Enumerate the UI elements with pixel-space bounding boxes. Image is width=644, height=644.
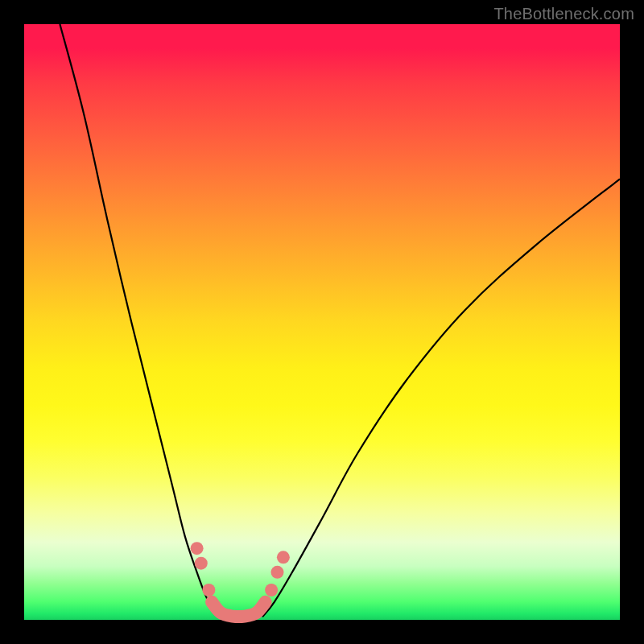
right-curve — [262, 179, 620, 617]
marker-group — [191, 542, 290, 597]
left-curve — [60, 24, 217, 617]
data-marker — [265, 584, 278, 597]
data-marker — [191, 542, 204, 555]
chart-frame: TheBottleneck.com — [0, 0, 644, 644]
plot-area — [24, 24, 620, 620]
data-marker — [202, 584, 215, 597]
data-marker — [195, 557, 208, 570]
data-marker — [271, 566, 284, 579]
curve-layer — [24, 24, 620, 620]
trough-highlight — [212, 602, 266, 617]
data-marker — [277, 551, 290, 564]
watermark-text: TheBottleneck.com — [493, 5, 634, 23]
